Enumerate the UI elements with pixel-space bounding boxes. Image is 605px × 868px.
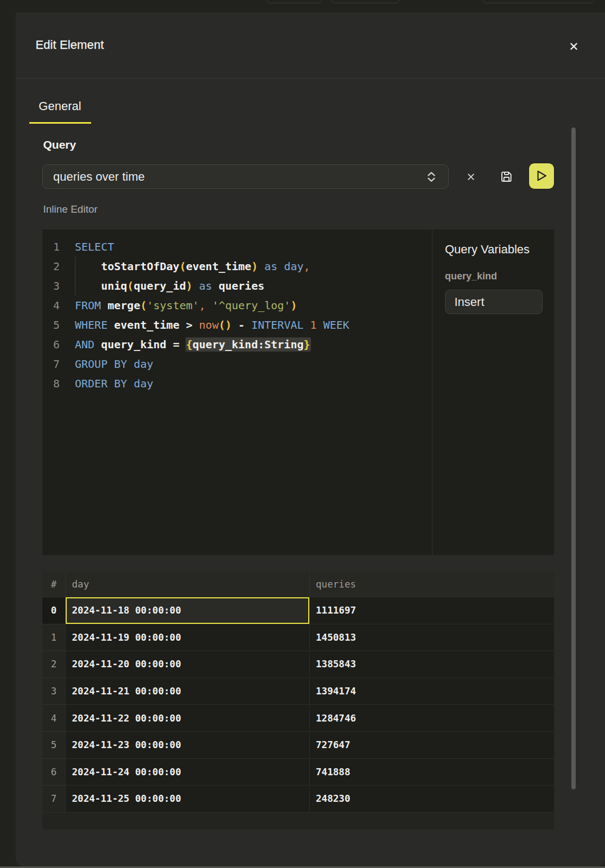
table-row[interactable]: 12024-11-19 00:00:001450813 [42, 624, 554, 651]
day-cell[interactable]: 2024-11-23 00:00:00 [65, 731, 309, 758]
code-line: 7GROUP BY day [42, 354, 432, 374]
floppy-disk-icon [500, 170, 513, 183]
results-header-row: # day queries [42, 571, 554, 597]
chevron-up-down-icon [427, 170, 436, 183]
table-row[interactable]: 62024-11-24 00:00:00741888 [42, 758, 554, 786]
clear-query-button[interactable] [464, 170, 477, 183]
queries-cell[interactable]: 1450813 [309, 624, 554, 651]
code-text: ORDER BY day [60, 374, 154, 393]
queries-cell[interactable]: 1394174 [309, 678, 554, 705]
line-number: 4 [42, 296, 60, 315]
chevron-up-down-icon [427, 170, 436, 183]
day-cell[interactable]: 2024-11-21 00:00:00 [65, 678, 309, 705]
code-text: FROM merge('system', '^query_log') [60, 296, 297, 315]
background-control-2 [331, 0, 400, 3]
query-variable-name: query_kind [445, 271, 497, 282]
table-row[interactable]: 22024-11-20 00:00:001385843 [42, 650, 554, 678]
close-button[interactable] [566, 39, 581, 54]
query-select-value: queries over time [53, 170, 145, 184]
inline-editor-label: Inline Editor [43, 203, 98, 215]
table-row[interactable]: 52024-11-23 00:00:00727647 [42, 731, 554, 758]
tab-general[interactable]: General [29, 98, 91, 124]
query-parameter-token: {query_kind:String} [186, 337, 311, 352]
day-cell[interactable]: 2024-11-20 00:00:00 [65, 650, 309, 678]
row-index-cell: 3 [42, 678, 65, 705]
table-row[interactable]: 32024-11-21 00:00:001394174 [42, 678, 554, 705]
line-number: 3 [42, 276, 60, 296]
row-index-cell: 0 [42, 597, 65, 624]
code-line: 8ORDER BY day [42, 374, 432, 393]
queries-cell[interactable]: 248230 [309, 785, 554, 812]
background-control-3 [482, 0, 595, 3]
line-number: 8 [42, 374, 60, 393]
col-header-index: # [42, 571, 65, 597]
results-body: 02024-11-18 00:00:00111169712024-11-19 0… [42, 597, 554, 812]
row-index-cell: 4 [42, 704, 65, 731]
code-line: 4FROM merge('system', '^query_log') [42, 296, 432, 315]
line-number: 7 [42, 354, 60, 374]
day-cell[interactable]: 2024-11-22 00:00:00 [65, 704, 309, 731]
col-header-day: day [65, 571, 309, 597]
day-cell[interactable]: 2024-11-18 00:00:00 [65, 597, 309, 624]
code-text: SELECT [60, 237, 114, 257]
row-index-cell: 7 [42, 785, 65, 812]
row-index-cell: 5 [42, 731, 65, 758]
play-icon [534, 169, 549, 183]
run-query-button[interactable] [528, 163, 555, 189]
background-control-1 [266, 0, 322, 3]
day-cell[interactable]: 2024-11-19 00:00:00 [65, 624, 309, 651]
code-text: WHERE event_time > now() - INTERVAL 1 WE… [60, 315, 349, 335]
day-cell[interactable]: 2024-11-24 00:00:00 [65, 758, 309, 786]
table-row[interactable]: 42024-11-22 00:00:001284746 [42, 704, 554, 731]
queries-cell[interactable]: 1111697 [309, 597, 554, 624]
row-index-cell: 6 [42, 758, 65, 786]
code-area[interactable]: 1SELECT2 toStartOfDay(event_time) as day… [42, 237, 432, 393]
insert-variable-button[interactable]: Insert [445, 290, 543, 314]
save-query-button[interactable] [500, 170, 513, 183]
query-section-label: Query [43, 138, 77, 151]
code-text: GROUP BY day [60, 354, 154, 374]
code-text: toStartOfDay(event_time) as day, [60, 257, 310, 276]
query-variables-title: Query Variables [445, 242, 530, 257]
code-line: 2 toStartOfDay(event_time) as day, [42, 257, 432, 276]
x-icon [468, 174, 474, 180]
dialog-title: Edit Element [36, 38, 104, 52]
line-number: 2 [42, 257, 60, 276]
row-index-cell: 2 [42, 650, 65, 678]
table-row[interactable]: 02024-11-18 00:00:001111697 [42, 597, 554, 624]
results-table: # day queries 02024-11-18 00:00:00111169… [42, 571, 554, 829]
table-row[interactable]: 72024-11-25 00:00:00248230 [42, 785, 554, 812]
close-icon [570, 43, 577, 50]
queries-cell[interactable]: 1284746 [309, 704, 554, 731]
code-text: uniq(query_id) as queries [60, 276, 264, 296]
vertical-scrollbar-thumb[interactable] [571, 127, 576, 789]
query-variables-panel: Query Variables query_kind Insert [432, 229, 554, 555]
code-line: 5WHERE event_time > now() - INTERVAL 1 W… [42, 315, 432, 335]
row-index-cell: 1 [42, 624, 65, 651]
dialog-header: Edit Element [16, 12, 605, 79]
code-line: 1SELECT [42, 237, 432, 257]
sql-editor[interactable]: 1SELECT2 toStartOfDay(event_time) as day… [42, 229, 554, 555]
code-line: 6AND query_kind = {query_kind:String} [42, 335, 432, 354]
line-number: 5 [42, 315, 60, 335]
day-cell[interactable]: 2024-11-25 00:00:00 [65, 785, 309, 812]
insert-button-label: Insert [455, 295, 485, 309]
line-number: 1 [42, 237, 60, 257]
line-number: 6 [42, 335, 60, 354]
indent-guide [75, 257, 75, 296]
queries-cell[interactable]: 741888 [309, 758, 554, 786]
code-text: AND query_kind = {query_kind:String} [60, 335, 310, 354]
code-line: 3 uniq(query_id) as queries [42, 276, 432, 296]
queries-cell[interactable]: 727647 [309, 731, 554, 758]
queries-cell[interactable]: 1385843 [309, 650, 554, 678]
col-header-queries: queries [309, 571, 554, 597]
edit-element-dialog: Edit Element General Query queries over … [16, 12, 605, 866]
query-select[interactable]: queries over time [42, 164, 449, 189]
results-footer-strip [42, 812, 554, 829]
